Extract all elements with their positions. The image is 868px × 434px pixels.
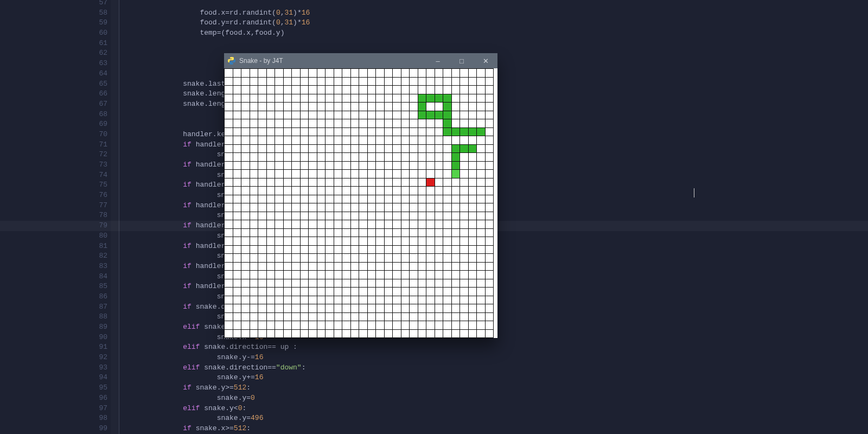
line-number: 61 [0,39,111,49]
line-number: 70 [0,130,111,140]
code-line[interactable]: 94 snake.y+=16 [0,373,868,383]
line-number: 98 [0,413,111,424]
line-number: 72 [0,150,111,160]
code-text[interactable]: food.y=rd.randint(0,31)*16 [111,18,310,28]
line-number: 89 [0,322,111,333]
line-number: 75 [0,180,111,190]
line-number: 68 [0,110,111,120]
line-number: 60 [0,28,111,39]
snake-segment [452,162,459,169]
line-number: 64 [0,69,111,79]
code-text[interactable]: elif snake.y<0: [111,404,246,414]
snake-segment [418,103,426,111]
line-number: 92 [0,353,111,363]
line-number: 85 [0,282,111,292]
code-text[interactable]: elif snake.direction== up : [111,342,297,353]
line-number: 94 [0,373,111,383]
titlebar[interactable]: Snake - by J4T – □ ✕ [224,53,497,68]
line-number: 58 [0,8,111,18]
text-caret [694,188,694,197]
code-text[interactable]: food.x=rd.randint(0,31)*16 [111,8,310,18]
snake-segment [477,128,485,136]
game-canvas[interactable] [224,68,494,338]
code-line[interactable]: 97 elif snake.y<0: [0,404,868,414]
line-number: 81 [0,241,111,252]
line-number: 63 [0,59,111,69]
line-number: 77 [0,201,111,211]
line-number: 99 [0,424,111,434]
line-number: 74 [0,170,111,181]
snake-segment [469,145,476,152]
line-number: 90 [0,333,111,343]
line-number: 69 [0,119,111,130]
food-cell [426,178,435,186]
code-text[interactable] [111,0,166,8]
snake-segment [452,128,459,136]
line-number: 96 [0,393,111,404]
code-line[interactable]: 91 elif snake.direction== up : [0,342,868,353]
code-line[interactable]: 96 snake.y=0 [0,393,868,404]
snake-segment [443,103,451,111]
snake-segment [452,153,459,161]
snake-segment [443,128,451,136]
line-number: 73 [0,160,111,170]
code-text[interactable]: snake.y-=16 [111,353,263,363]
line-number: 62 [0,48,111,59]
code-text[interactable]: snake.y+=16 [111,373,263,383]
code-text[interactable]: snake.y=0 [111,393,255,404]
line-number: 86 [0,292,111,302]
line-number: 84 [0,272,111,282]
snake-segment [452,145,459,152]
line-number: 91 [0,342,111,353]
line-number: 71 [0,140,111,150]
game-canvas-wrap [224,68,497,338]
snake-segment [418,94,426,102]
line-number: 93 [0,363,111,373]
snake-segment [452,170,459,178]
line-number: 83 [0,261,111,272]
line-number: 88 [0,312,111,322]
code-line[interactable]: 95 if snake.y>=512: [0,383,868,393]
line-number: 79 [0,221,111,231]
code-line[interactable]: 58 food.x=rd.randint(0,31)*16 [0,8,868,18]
line-number: 82 [0,251,111,261]
code-text[interactable]: temp=(food.x,food.y) [111,28,284,39]
line-number: 76 [0,190,111,201]
code-text[interactable]: snake.y=496 [111,413,263,424]
code-line[interactable]: 57 [0,0,868,8]
line-number: 78 [0,210,111,221]
code-line[interactable]: 99 if snake.x>=512: [0,424,868,434]
line-number: 87 [0,302,111,312]
snake-segment [418,111,426,119]
snake-segment [469,128,476,136]
line-number: 57 [0,0,111,8]
line-number: 95 [0,383,111,393]
line-number: 80 [0,231,111,241]
code-text[interactable]: if snake.x>=512: [111,424,251,434]
code-line[interactable]: 93 elif snake.direction=="down": [0,363,868,373]
snake-segment [426,111,435,119]
code-line[interactable]: 59 food.y=rd.randint(0,31)*16 [0,18,868,28]
maximize-button[interactable]: □ [450,53,474,68]
minimize-button[interactable]: – [426,53,450,68]
snake-segment [443,111,451,119]
code-text[interactable]: elif snake.direction=="down": [111,363,305,373]
code-line[interactable]: 60 temp=(food.x,food.y) [0,28,868,39]
snake-segment [426,94,435,102]
line-number: 59 [0,18,111,28]
close-button[interactable]: ✕ [474,53,497,68]
line-number: 67 [0,99,111,110]
code-line[interactable]: 61 [0,39,868,49]
line-number: 66 [0,89,111,99]
snake-segment [443,94,451,102]
code-line[interactable]: 98 snake.y=496 [0,413,868,424]
line-number: 97 [0,404,111,414]
snake-window[interactable]: Snake - by J4T – □ ✕ [224,53,497,338]
snake-segment [435,111,443,119]
window-title: Snake - by J4T [239,57,283,65]
code-text[interactable]: if snake.y>=512: [111,383,251,393]
snake-segment [460,128,468,136]
snake-segment [443,119,451,127]
snake-segment [460,145,468,152]
code-line[interactable]: 92 snake.y-=16 [0,353,868,363]
